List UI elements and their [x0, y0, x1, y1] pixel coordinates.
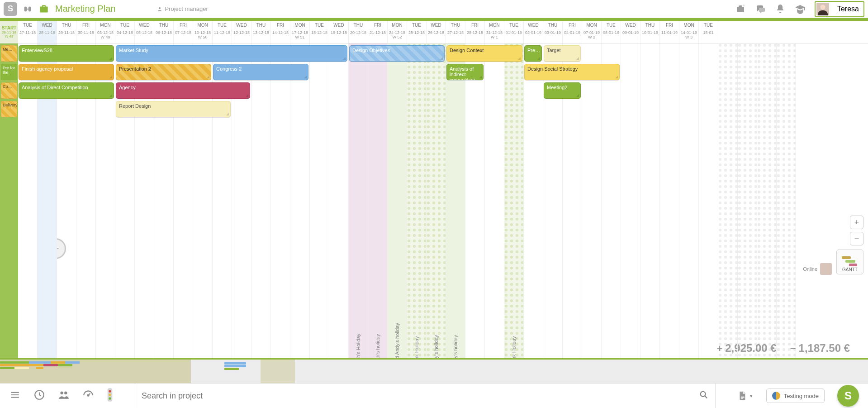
task-bar[interactable]: Design Context	[446, 45, 522, 62]
date-column-header[interactable]: FRI07-12-18	[174, 21, 193, 43]
date-column	[582, 43, 602, 358]
svg-rect-13	[741, 398, 743, 399]
date-column	[602, 43, 621, 358]
date-column-header[interactable]: WED19-12-18	[329, 21, 349, 43]
svg-rect-12	[741, 397, 744, 398]
date-column	[465, 43, 485, 358]
main-action-button[interactable]: S	[837, 385, 859, 407]
chat-icon[interactable]	[755, 4, 766, 14]
date-column-header[interactable]: THU10-01-19	[640, 21, 660, 43]
date-column: Andy's holiday	[427, 43, 446, 358]
document-menu[interactable]: ▼	[737, 390, 754, 402]
date-column-header[interactable]: WED09-01-19	[621, 21, 640, 43]
date-column	[699, 43, 718, 358]
task-bar[interactable]: Design Objetives	[349, 45, 445, 62]
testing-mode-button[interactable]: Testing mode	[766, 389, 825, 403]
date-column-header[interactable]: TUE18-12-18	[310, 21, 329, 43]
date-column-header[interactable]: THU20-12-18	[349, 21, 368, 43]
task-bar[interactable]: Presentation 2	[116, 64, 211, 80]
date-column-header[interactable]: TUE25-12-18	[407, 21, 427, 43]
date-column-header[interactable]: WED26-12-18	[427, 21, 446, 43]
task-bar[interactable]: EnterviewS28	[19, 45, 114, 62]
zoom-out-button[interactable]: −	[850, 232, 863, 245]
date-column-header[interactable]: THU03-01-19	[543, 21, 563, 43]
user-menu[interactable]: Teresa	[815, 1, 864, 17]
add-briefcase-icon[interactable]: +	[735, 4, 746, 14]
task-bar[interactable]: Market Study	[116, 45, 347, 62]
date-column-header[interactable]: THU06-12-18	[154, 21, 174, 43]
date-column-header[interactable]: FRI04-01-19	[563, 21, 582, 43]
date-column-header[interactable]: FRI30-11-18	[76, 21, 96, 43]
date-column-header[interactable]: FRI11-01-19	[660, 21, 679, 43]
view-gantt-button[interactable]: GANTT	[836, 250, 863, 274]
briefcase-icon[interactable]	[38, 3, 50, 15]
chart-grid[interactable]: + − GANTT Online 2,925.00 € 1,187.50 € S…	[18, 43, 868, 358]
date-column-header[interactable]: THU29-11-18	[57, 21, 76, 43]
date-column-header[interactable]: WED28-11-18	[38, 21, 57, 43]
date-column-header[interactable]: MON07-01-19W 2	[582, 21, 602, 43]
project-role: Project manager	[157, 5, 208, 12]
task-bar[interactable]: Target	[544, 45, 581, 62]
binoculars-icon[interactable]	[23, 4, 33, 14]
date-column-header[interactable]: TUE27-11-18	[18, 21, 38, 43]
task-bar[interactable]: Co…	[1, 82, 17, 99]
online-user[interactable]: Online	[803, 263, 832, 275]
clock-icon[interactable]	[33, 389, 45, 403]
date-column-header[interactable]: TUE01-01-19	[504, 21, 524, 43]
bell-icon[interactable]	[775, 4, 786, 14]
holiday-label: Andy's holiday	[433, 335, 439, 358]
app-logo[interactable]: S	[4, 2, 17, 16]
date-column-header[interactable]: MON31-12-18W 1	[485, 21, 504, 43]
date-column	[524, 43, 543, 358]
date-column-header[interactable]: WED05-12-18	[135, 21, 154, 43]
task-bar[interactable]: Analysis of indirect competition	[446, 64, 484, 80]
date-column-header[interactable]: MON24-12-18W 52	[388, 21, 407, 43]
task-bar[interactable]: Agency	[116, 82, 250, 99]
task-bar[interactable]: Me…	[1, 45, 17, 62]
date-column	[290, 43, 310, 358]
svg-text:+: +	[743, 4, 745, 8]
date-column-header[interactable]: WED12-12-18	[232, 21, 251, 43]
date-column-header[interactable]: TUE04-12-18	[115, 21, 135, 43]
search-icon[interactable]	[693, 390, 715, 402]
timeline-overview[interactable]	[0, 358, 868, 383]
team-icon[interactable]	[58, 389, 70, 403]
avatar	[820, 263, 832, 275]
task-bar[interactable]: Congress 2	[213, 64, 308, 80]
date-column-header[interactable]: WED02-01-19	[524, 21, 543, 43]
task-bar[interactable]: Pre for the	[1, 64, 17, 80]
search-input[interactable]	[135, 391, 693, 401]
date-column-header[interactable]: TUE11-12-18	[213, 21, 232, 43]
date-column-header[interactable]: FRI21-12-18	[368, 21, 388, 43]
date-column: Bank Holiday	[407, 43, 427, 358]
traffic-light-icon[interactable]	[107, 388, 113, 404]
date-column	[679, 43, 699, 358]
task-bar[interactable]: Design Social Strategy	[524, 64, 620, 80]
task-bar[interactable]: Report Design	[116, 101, 231, 117]
date-column-header[interactable]: THU27-12-18	[446, 21, 465, 43]
task-bar[interactable]: Meeting2	[544, 82, 581, 99]
date-column-header[interactable]: MON03-12-18W 49	[96, 21, 115, 43]
date-column-header[interactable]: FRI14-12-18	[271, 21, 290, 43]
date-column-header[interactable]: FRI28-12-18	[465, 21, 485, 43]
task-bar[interactable]: Analysis of Direct Competition	[19, 82, 114, 99]
date-column-header[interactable]: TUE08-01-19	[602, 21, 621, 43]
dashboard-icon[interactable]	[82, 389, 94, 403]
date-column-header[interactable]: MON10-12-18W 50	[193, 21, 213, 43]
date-column	[251, 43, 271, 358]
graduation-icon[interactable]	[795, 4, 806, 14]
svg-point-4	[64, 391, 67, 394]
date-column-header[interactable]: MON14-01-19W 3	[679, 21, 699, 43]
date-column-header[interactable]: TUE15-01	[699, 21, 718, 43]
svg-point-9	[109, 397, 111, 399]
svg-point-0	[159, 7, 161, 9]
list-view-icon[interactable]	[9, 389, 21, 403]
date-column-header[interactable]: MON17-12-18W 51	[290, 21, 310, 43]
avatar	[816, 3, 829, 15]
task-bar[interactable]: Pre…	[524, 45, 542, 62]
zoom-in-button[interactable]: +	[850, 216, 863, 229]
date-column-header[interactable]: THU13-12-18	[251, 21, 271, 43]
svg-point-7	[109, 390, 111, 392]
task-bar[interactable]: Delivery	[1, 101, 17, 117]
task-bar[interactable]: Finish agency proposal	[19, 64, 114, 80]
